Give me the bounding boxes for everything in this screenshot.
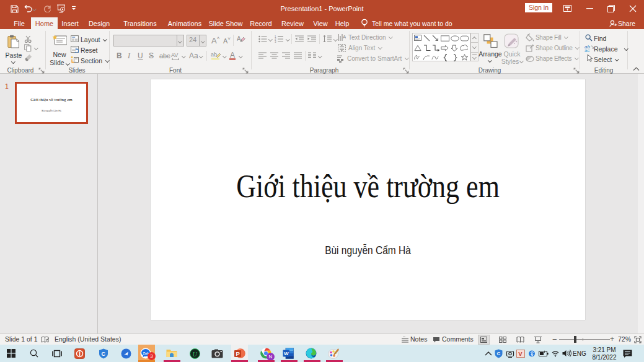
svg-text:ac: ac: [584, 48, 589, 52]
svg-text:A: A: [237, 35, 241, 42]
svg-text:W: W: [284, 351, 289, 356]
svg-text:ab: ab: [211, 51, 217, 58]
svg-text:U: U: [193, 351, 198, 358]
svg-text:C: C: [496, 351, 500, 356]
svg-text:3: 3: [275, 40, 276, 43]
svg-text:AV: AV: [171, 52, 178, 58]
svg-text:P: P: [236, 350, 240, 357]
svg-text:C: C: [101, 351, 105, 357]
svg-text:V: V: [518, 350, 523, 357]
svg-text:A: A: [343, 34, 346, 40]
